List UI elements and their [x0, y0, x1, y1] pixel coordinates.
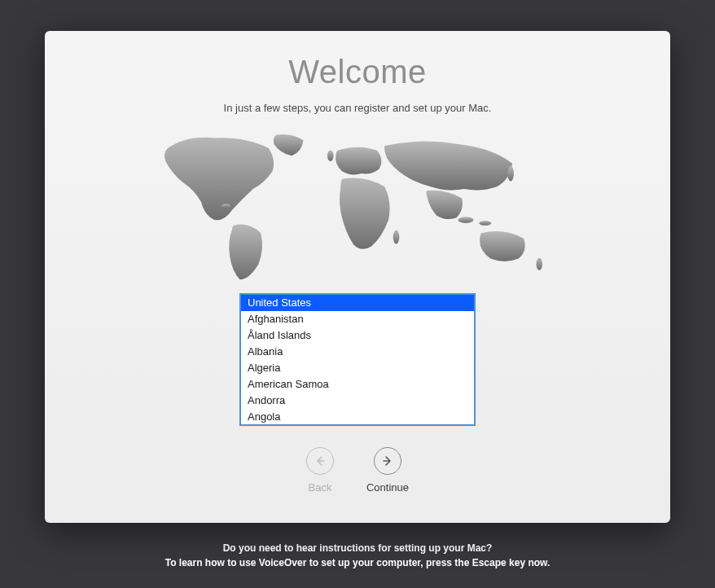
- arrow-right-icon: [374, 447, 401, 475]
- setup-assistant-window: Welcome In just a few steps, you can reg…: [45, 31, 670, 523]
- back-button[interactable]: Back: [306, 447, 334, 494]
- country-item[interactable]: Algeria: [241, 360, 474, 376]
- country-item[interactable]: Afghanistan: [241, 311, 474, 327]
- back-label: Back: [309, 481, 332, 494]
- country-item[interactable]: United States: [241, 295, 474, 311]
- navigation-buttons: Back Continue: [306, 447, 409, 494]
- voiceover-hint: Do you need to hear instructions for set…: [165, 541, 551, 570]
- svg-point-1: [479, 221, 491, 226]
- country-item[interactable]: Andorra: [241, 393, 474, 409]
- svg-point-4: [393, 230, 400, 244]
- country-item[interactable]: Albania: [241, 344, 474, 360]
- country-select-list[interactable]: United StatesAfghanistanÅland IslandsAlb…: [239, 293, 476, 426]
- svg-point-6: [222, 204, 230, 208]
- country-item[interactable]: Åland Islands: [241, 327, 474, 344]
- arrow-left-icon: [306, 447, 334, 475]
- page-subtitle: In just a few steps, you can register an…: [224, 102, 492, 114]
- continue-button[interactable]: Continue: [366, 447, 409, 494]
- svg-point-5: [536, 258, 542, 270]
- country-item[interactable]: American Samoa: [241, 376, 474, 393]
- voiceover-hint-line2: To learn how to use VoiceOver to set up …: [165, 555, 551, 570]
- country-item[interactable]: Angola: [241, 409, 474, 425]
- page-title: Welcome: [288, 54, 426, 90]
- svg-point-0: [458, 217, 474, 223]
- continue-label: Continue: [366, 481, 409, 494]
- voiceover-hint-line1: Do you need to hear instructions for set…: [165, 541, 551, 555]
- svg-point-2: [507, 166, 514, 182]
- svg-point-3: [327, 151, 334, 161]
- world-map-image: [129, 129, 586, 283]
